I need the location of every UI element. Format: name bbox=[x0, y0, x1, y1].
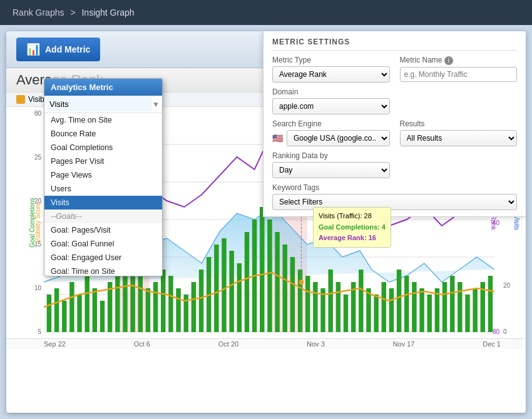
x-axis-labels: Sep 22 Oct 6 Oct 20 Nov 3 Nov 17 Dec 1 bbox=[6, 338, 526, 349]
svg-rect-20 bbox=[138, 276, 143, 332]
y-label-rank: Rank bbox=[490, 215, 497, 230]
domain-group: Domain apple.com bbox=[272, 88, 390, 114]
dropdown-list: Avg. Time on Site Bounce Rate Goal Compl… bbox=[44, 113, 162, 276]
breadcrumb-parent[interactable]: Rank Graphs bbox=[13, 8, 64, 18]
breadcrumb-separator: > bbox=[70, 8, 75, 18]
x-label-dec1: Dec 1 bbox=[483, 340, 501, 348]
keyword-tags-group: Keyword Tags Select Filters bbox=[272, 183, 517, 210]
y-label-visibility: Visibility Score bbox=[34, 203, 41, 243]
svg-rect-49 bbox=[359, 270, 363, 332]
svg-rect-32 bbox=[229, 251, 233, 332]
search-engine-select[interactable]: Google USA (google.co... bbox=[287, 130, 390, 146]
x-label-oct20: Oct 20 bbox=[218, 340, 238, 348]
svg-rect-64 bbox=[473, 288, 477, 332]
settings-grid: Metric Type Average Rank Metric Name i D… bbox=[272, 56, 517, 210]
svg-rect-11 bbox=[69, 282, 74, 332]
dropdown-search-row: ▼ bbox=[44, 96, 162, 113]
empty-cell bbox=[400, 88, 518, 114]
svg-rect-22 bbox=[153, 282, 158, 332]
x-label-oct6: Oct 6 bbox=[134, 340, 150, 348]
svg-rect-28 bbox=[199, 270, 203, 332]
svg-rect-38 bbox=[275, 232, 279, 332]
svg-rect-50 bbox=[366, 288, 371, 332]
svg-rect-12 bbox=[77, 295, 81, 332]
dropdown-item-goal-pages-visit[interactable]: Goal: Pages/Visit bbox=[44, 223, 162, 237]
metric-name-group: Metric Name i bbox=[400, 56, 518, 83]
google-flag-icon: 🇺🇸 bbox=[272, 133, 283, 143]
metric-name-label: Metric Name i bbox=[400, 56, 518, 65]
search-engine-group: Search Engine 🇺🇸 Google USA (google.co..… bbox=[272, 119, 390, 146]
add-metric-button[interactable]: 📊 Add Metric bbox=[16, 38, 100, 61]
svg-rect-36 bbox=[260, 207, 264, 332]
metric-name-info-icon[interactable]: i bbox=[444, 56, 453, 65]
metric-settings-title: METRIC SETTINGS bbox=[272, 38, 517, 51]
ranking-data-label: Ranking Data by bbox=[272, 151, 390, 160]
search-engine-label: Search Engine bbox=[272, 119, 390, 128]
metric-type-label: Metric Type bbox=[272, 56, 390, 64]
svg-rect-57 bbox=[419, 288, 424, 332]
svg-rect-40 bbox=[290, 257, 295, 332]
svg-rect-42 bbox=[305, 276, 310, 332]
svg-rect-54 bbox=[397, 270, 401, 332]
dropdown-item-avg-time[interactable]: Avg. Time on Site bbox=[44, 113, 162, 127]
dropdown-item-users[interactable]: Users bbox=[44, 182, 162, 196]
metric-type-select[interactable]: Average Rank bbox=[272, 66, 390, 83]
svg-rect-31 bbox=[222, 238, 226, 332]
svg-rect-45 bbox=[328, 270, 332, 332]
svg-rect-25 bbox=[176, 288, 180, 332]
svg-rect-23 bbox=[161, 270, 165, 332]
dropdown-item-pages-per-visit[interactable]: Pages Per Visit bbox=[44, 154, 162, 168]
search-engine-row: 🇺🇸 Google USA (google.co... bbox=[272, 130, 390, 146]
y-label-visits: Visits bbox=[514, 215, 521, 230]
svg-rect-61 bbox=[450, 276, 454, 332]
svg-rect-24 bbox=[168, 276, 173, 332]
dropdown-header: Analytics Metric bbox=[44, 79, 162, 96]
svg-rect-15 bbox=[100, 301, 105, 332]
svg-rect-27 bbox=[192, 282, 196, 332]
domain-select[interactable]: apple.com bbox=[272, 98, 390, 114]
breadcrumb-current: Insight Graph bbox=[81, 8, 134, 18]
main-panel: 📊 Add Metric Average Rank Visibility Vis… bbox=[6, 31, 526, 413]
x-label-sep22: Sep 22 bbox=[44, 340, 66, 348]
svg-rect-53 bbox=[389, 288, 394, 332]
dropdown-item-goal-time[interactable]: Goal: Time on Site bbox=[44, 265, 162, 276]
svg-rect-55 bbox=[404, 276, 409, 332]
ranking-data-select[interactable]: Day bbox=[272, 162, 390, 178]
svg-rect-58 bbox=[427, 295, 431, 332]
svg-rect-47 bbox=[344, 295, 348, 332]
svg-rect-51 bbox=[374, 295, 378, 332]
dropdown-item-goal-completions[interactable]: Goal Completions bbox=[44, 141, 162, 154]
dropdown-search-input[interactable] bbox=[47, 97, 152, 111]
svg-rect-62 bbox=[458, 282, 462, 332]
metric-name-input[interactable] bbox=[400, 67, 518, 82]
metric-type-group: Metric Type Average Rank bbox=[272, 56, 390, 83]
keyword-tags-select[interactable]: Select Filters bbox=[272, 194, 517, 210]
add-metric-label: Add Metric bbox=[45, 44, 90, 54]
svg-rect-8 bbox=[47, 295, 51, 332]
results-label: Results bbox=[400, 119, 518, 128]
legend-visibility-color bbox=[16, 95, 25, 104]
results-select[interactable]: All Results bbox=[400, 130, 518, 146]
dropdown-item-goal-funnel[interactable]: Goal: Goal Funnel bbox=[44, 237, 162, 251]
dropdown-item-page-views[interactable]: Page Views bbox=[44, 168, 162, 182]
svg-rect-60 bbox=[442, 282, 447, 332]
results-group: Results All Results bbox=[400, 119, 518, 146]
svg-rect-46 bbox=[336, 282, 340, 332]
svg-rect-52 bbox=[382, 282, 386, 332]
dropdown-arrow-icon[interactable]: ▼ bbox=[152, 100, 160, 109]
svg-rect-13 bbox=[84, 276, 89, 332]
svg-rect-17 bbox=[115, 270, 120, 332]
svg-rect-21 bbox=[146, 288, 150, 332]
svg-rect-37 bbox=[267, 220, 272, 332]
svg-rect-59 bbox=[435, 288, 439, 332]
svg-rect-63 bbox=[465, 295, 469, 332]
svg-point-69 bbox=[299, 280, 304, 285]
dropdown-item-bounce-rate[interactable]: Bounce Rate bbox=[44, 127, 162, 141]
svg-rect-9 bbox=[54, 288, 59, 332]
dropdown-item-visits[interactable]: Visits bbox=[44, 196, 162, 210]
analytics-metric-dropdown[interactable]: Analytics Metric ▼ Avg. Time on Site Bou… bbox=[44, 78, 163, 276]
svg-rect-41 bbox=[298, 270, 302, 332]
dropdown-item-goal-engaged-user[interactable]: Goal: Engaged User bbox=[44, 251, 162, 265]
dropdown-group-goals: --Goals-- bbox=[44, 210, 162, 223]
svg-rect-14 bbox=[93, 288, 97, 332]
